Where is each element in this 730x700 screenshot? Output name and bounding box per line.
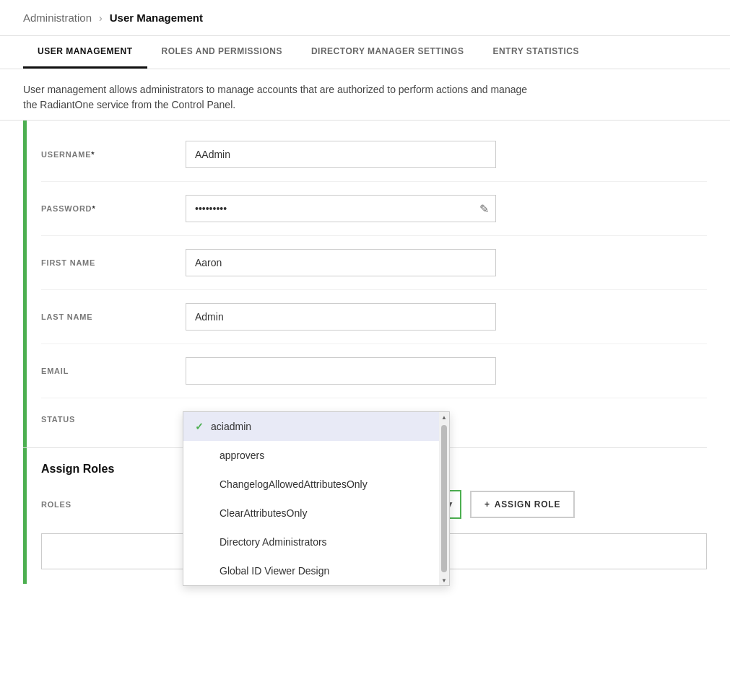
roles-label: ROLES [41,500,186,509]
username-label: USERNAME* [41,150,186,159]
edit-icon[interactable]: ✎ [479,202,489,216]
scroll-thumb[interactable] [441,425,447,572]
breadcrumb-current: User Management [110,12,203,24]
tab-directory-manager[interactable]: DIRECTORY MANAGER SETTINGS [297,36,478,69]
username-row: USERNAME* [41,128,707,182]
tab-roles-permissions[interactable]: ROLES AND PERMISSIONS [147,36,297,69]
dropdown-item-label: approvers [220,450,264,461]
plus-icon: + [485,499,490,509]
form-section: USERNAME* PASSWORD* ✎ FIRST NAME [0,120,730,447]
chevron-icon: › [99,12,103,24]
tab-entry-statistics[interactable]: ENTRY STATISTICS [478,36,594,69]
lastname-label: LAST NAME [41,312,186,321]
dropdown-item-directoryadmins[interactable]: Directory Administrators [183,528,439,556]
tabs-bar: USER MANAGEMENT ROLES AND PERMISSIONS DI… [0,36,730,69]
form-fields: USERNAME* PASSWORD* ✎ FIRST NAME [27,121,730,447]
password-row: PASSWORD* ✎ [41,182,707,236]
page-wrapper: Administration › User Management USER MA… [0,0,730,700]
assign-role-button[interactable]: + ASSIGN ROLE [470,491,575,518]
scroll-up-icon[interactable]: ▲ [439,412,449,422]
scroll-down-icon[interactable]: ▼ [439,575,449,585]
page-description: User management allows administrators to… [0,69,563,120]
dropdown-item-globalidviewer[interactable]: Global ID Viewer Design [183,556,439,585]
dropdown-list-items: ✓ aciadmin approvers ChangelogAllowedAtt… [183,412,439,585]
breadcrumb-admin[interactable]: Administration [23,12,92,24]
email-label: EMAIL [41,367,186,375]
dropdown-item-changelog[interactable]: ChangelogAllowedAttributesOnly [183,470,439,499]
dropdown-item-label: Directory Administrators [220,536,327,548]
dropdown-item-clearattributes[interactable]: ClearAttributesOnly [183,499,439,528]
dropdown-item-label: Global ID Viewer Design [220,565,329,577]
firstname-label: FIRST NAME [41,258,186,267]
password-label: PASSWORD* [41,204,186,213]
status-label: STATUS [41,415,186,424]
tab-user-management[interactable]: USER MANAGEMENT [23,36,147,69]
firstname-input[interactable] [186,249,496,276]
dropdown-item-approvers[interactable]: approvers [183,441,439,470]
email-input[interactable] [186,357,496,385]
dropdown-item-label: aciadmin [211,421,251,432]
email-row: EMAIL [41,344,707,398]
username-input[interactable] [186,141,496,168]
dropdown-item-label: ClearAttributesOnly [220,507,307,519]
firstname-row: FIRST NAME [41,236,707,290]
password-wrapper: ✎ [186,195,496,222]
password-input[interactable] [186,195,496,222]
dropdown-list-overlay: ✓ aciadmin approvers ChangelogAllowedAtt… [183,411,450,586]
breadcrumb: Administration › User Management [0,0,730,36]
dropdown-scrollbar[interactable]: ▲ ▼ [439,412,449,585]
dropdown-item-aciadmin[interactable]: ✓ aciadmin [183,412,439,441]
check-icon: ✓ [195,421,204,432]
lastname-input[interactable] [186,303,496,331]
lastname-row: LAST NAME [41,290,707,344]
dropdown-item-label: ChangelogAllowedAttributesOnly [220,478,368,490]
dropdown-list-container: ✓ aciadmin approvers ChangelogAllowedAtt… [183,412,449,585]
assign-role-label: ASSIGN ROLE [495,499,560,509]
